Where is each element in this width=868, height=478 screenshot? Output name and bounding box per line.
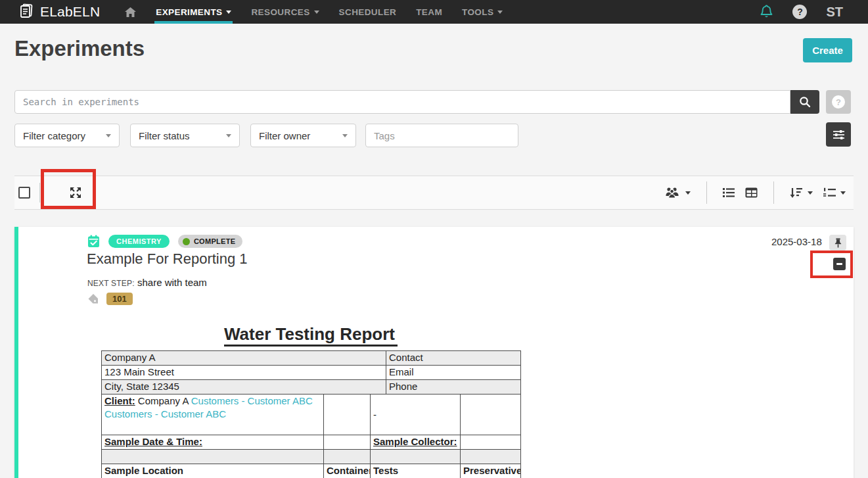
doc-link[interactable]: Customers - Customer ABC	[191, 395, 313, 406]
nav-experiments[interactable]: EXPERIMENTS	[156, 0, 231, 24]
sliders-icon	[833, 129, 845, 141]
top-navbar: ELabELN EXPERIMENTS RESOURCES SCHEDULER …	[0, 0, 868, 24]
filter-status-label: Filter status	[139, 130, 190, 141]
nav-scheduler[interactable]: SCHEDULER	[339, 0, 397, 24]
tag-row: 101	[87, 293, 133, 305]
doc-table-cell: Company A	[102, 351, 386, 366]
next-step-label: NEXT STEP:	[87, 279, 135, 288]
nav-tools-label: TOOLS	[462, 7, 493, 17]
experiment-body: Water Testing Report Company AContact123…	[101, 324, 520, 478]
nav-tools[interactable]: TOOLS	[462, 0, 503, 24]
doc-table: Company AContact123 Main StreetEmailCity…	[101, 350, 521, 478]
chevron-down-icon	[226, 134, 231, 137]
experiment-card: CHEMISTRY COMPLETE 2025-03-18 Example Fo…	[14, 227, 854, 478]
expand-arrows-icon	[69, 186, 82, 199]
nav-experiments-label: EXPERIMENTS	[156, 7, 222, 17]
status-badge: COMPLETE	[178, 235, 243, 248]
doc-table-cell	[461, 450, 521, 464]
tags-input[interactable]	[365, 124, 518, 147]
doc-table-row: Sample Date & Time:Sample Collector:	[102, 435, 521, 450]
search-help-button[interactable]: ?	[826, 90, 851, 114]
document-heading: Water Testing Report	[101, 324, 520, 345]
doc-table-cell: Tests	[371, 464, 461, 478]
chevron-down-icon	[497, 11, 503, 14]
collapse-body-button[interactable]	[833, 258, 846, 270]
filter-status-select[interactable]: Filter status	[130, 124, 240, 147]
doc-table-cell: 123 Main Street	[102, 366, 386, 380]
toolbar-separator	[773, 181, 774, 204]
help-icon[interactable]: ?	[792, 5, 807, 19]
user-menu[interactable]: ST	[826, 5, 843, 20]
nav-team[interactable]: TEAM	[416, 0, 442, 24]
filter-owner-label: Filter owner	[259, 130, 310, 141]
navbar-right: ? ST	[760, 5, 843, 20]
nav-resources[interactable]: RESOURCES	[251, 0, 319, 24]
toolbar-separator	[706, 181, 707, 204]
advanced-filters-button[interactable]	[826, 122, 851, 147]
doc-table-cell	[102, 450, 324, 464]
list-toolbar	[14, 176, 854, 210]
next-step-value: share with team	[137, 277, 207, 288]
doc-table-body: Company AContact123 Main StreetEmailCity…	[102, 351, 521, 478]
search-button[interactable]	[790, 90, 819, 114]
toolbar-divider	[39, 183, 40, 203]
tag-badge[interactable]: 101	[106, 293, 133, 305]
question-circle-icon: ?	[832, 95, 845, 108]
doc-table-cell: Sample Collector:	[371, 435, 461, 450]
home-icon	[125, 7, 136, 17]
doc-table-cell: Email	[386, 366, 521, 380]
notebook-logo-icon	[18, 3, 35, 20]
search-icon	[799, 96, 811, 108]
app-logo[interactable]: ELabELN	[18, 3, 100, 20]
pin-button[interactable]	[829, 235, 846, 251]
doc-table-cell: Sample Date & Time:	[102, 435, 324, 450]
doc-table-cell: Phone	[386, 380, 521, 394]
doc-table-row: 123 Main StreetEmail	[102, 366, 521, 380]
sort-order-dropdown[interactable]	[790, 187, 813, 199]
status-dot-icon	[183, 238, 190, 245]
next-step: NEXT STEP: share with team	[87, 277, 207, 288]
chevron-down-icon	[226, 11, 231, 14]
brand-name: ELabELN	[40, 4, 100, 20]
doc-table-row	[102, 450, 521, 464]
table-view-button[interactable]	[745, 187, 758, 198]
doc-table-row: Client: Company A Customers - Customer A…	[102, 394, 521, 435]
ordered-list-icon	[823, 187, 836, 198]
owner-visibility-dropdown[interactable]	[664, 187, 691, 199]
doc-table-cell	[324, 435, 371, 450]
doc-table-cell: Contact	[386, 351, 521, 366]
doc-table-cell: Preservative	[461, 464, 521, 478]
status-label: COMPLETE	[194, 237, 236, 245]
experiment-date: 2025-03-18	[771, 236, 822, 247]
nav-home[interactable]	[125, 0, 136, 24]
select-all-checkbox[interactable]	[18, 187, 30, 199]
toolbar-right-group	[664, 181, 854, 204]
nav-team-label: TEAM	[416, 7, 442, 17]
create-button[interactable]: Create	[803, 38, 852, 62]
chevron-down-icon	[685, 191, 691, 195]
nav-resources-label: RESOURCES	[251, 7, 309, 17]
category-badge[interactable]: CHEMISTRY	[108, 235, 170, 248]
nav-menu: EXPERIMENTS RESOURCES SCHEDULER TEAM TOO…	[125, 0, 503, 24]
filter-category-label: Filter category	[23, 130, 85, 141]
doc-text: Client:	[104, 395, 135, 406]
doc-table-cell: -	[371, 394, 461, 435]
sort-field-dropdown[interactable]	[823, 187, 846, 198]
notifications-bell-icon[interactable]	[760, 5, 773, 19]
experiment-title[interactable]: Example For Reporting 1	[87, 251, 248, 268]
doc-table-cell: City, State 12345	[102, 380, 386, 394]
search-input[interactable]	[14, 90, 790, 114]
doc-table-cell	[461, 394, 521, 435]
list-view-button[interactable]	[723, 187, 735, 198]
active-tab-underline	[154, 21, 233, 24]
chevron-down-icon	[808, 191, 813, 195]
chevron-down-icon	[106, 134, 111, 137]
users-icon	[664, 187, 681, 199]
filter-category-select[interactable]: Filter category	[14, 124, 120, 147]
doc-link[interactable]: Customers - Customer ABC	[104, 408, 226, 419]
expand-all-button[interactable]	[64, 181, 87, 204]
doc-text: Company A	[135, 395, 191, 406]
filter-owner-select[interactable]: Filter owner	[250, 124, 356, 147]
calendar-check-icon	[87, 235, 100, 248]
minus-icon	[836, 263, 842, 265]
